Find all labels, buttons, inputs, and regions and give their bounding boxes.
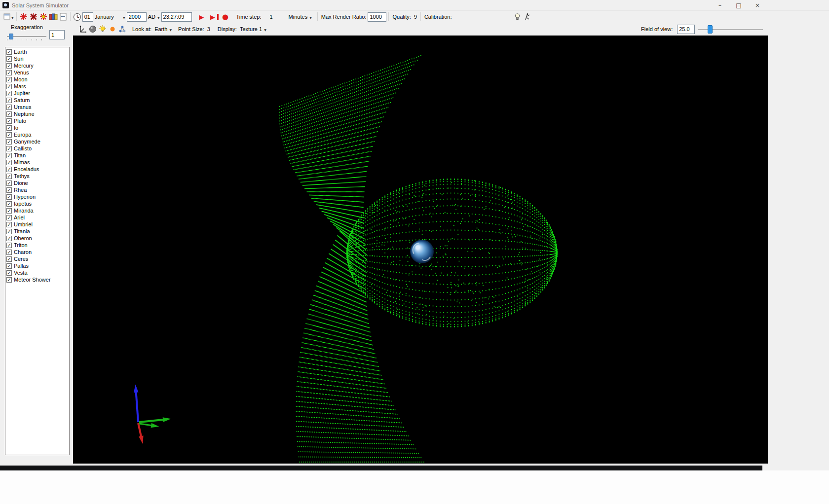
exaggeration-slider-thumb[interactable] <box>9 34 13 39</box>
calibration-sensor-icon[interactable] <box>523 11 532 22</box>
maximize-button[interactable]: □ <box>729 0 748 10</box>
body-row[interactable]: ✓Charon <box>6 249 69 255</box>
look-at-dropdown[interactable]: Earth <box>153 26 173 32</box>
body-row[interactable]: ✓Callisto <box>6 145 69 152</box>
body-checkbox[interactable]: ✓ <box>6 222 12 227</box>
body-checkbox[interactable]: ✓ <box>6 174 12 179</box>
body-row[interactable]: ✓Triton <box>6 242 69 249</box>
body-row[interactable]: ✓Mars <box>6 83 69 90</box>
body-checkbox[interactable]: ✓ <box>6 167 12 172</box>
era-dropdown[interactable]: AD <box>147 14 161 20</box>
body-row[interactable]: ✓Europa <box>6 131 69 138</box>
list-notes-icon[interactable] <box>58 11 68 22</box>
month-dropdown[interactable]: January <box>93 14 127 20</box>
skip-button[interactable] <box>209 14 219 20</box>
new-scenario-button[interactable] <box>3 11 14 22</box>
time-unit-dropdown[interactable]: Minutes <box>287 14 313 20</box>
body-row[interactable]: ✓Hyperion <box>6 193 69 200</box>
body-row[interactable]: ✓Titan <box>6 152 69 159</box>
body-checkbox[interactable]: ✓ <box>6 270 12 276</box>
body-row[interactable]: ✓Neptune <box>6 110 69 117</box>
body-checkbox[interactable]: ✓ <box>6 77 12 82</box>
year-input[interactable] <box>127 12 147 22</box>
body-row[interactable]: ✓Ceres <box>6 255 69 262</box>
body-row[interactable]: ✓Io <box>6 124 69 131</box>
body-checkbox[interactable]: ✓ <box>6 160 12 165</box>
point-size-value[interactable]: 3 <box>207 26 210 32</box>
day-input[interactable] <box>82 12 93 22</box>
fov-slider-thumb[interactable] <box>708 25 713 34</box>
body-checkbox[interactable]: ✓ <box>6 63 12 69</box>
body-checkbox[interactable]: ✓ <box>6 132 12 138</box>
body-row[interactable]: ✓Uranus <box>6 104 69 110</box>
fov-input[interactable] <box>677 25 695 34</box>
body-checkbox[interactable]: ✓ <box>6 201 12 207</box>
display-dropdown[interactable]: Texture 1 <box>238 26 268 32</box>
body-row[interactable]: ✓Miranda <box>6 207 69 214</box>
body-checkbox[interactable]: ✓ <box>6 56 12 62</box>
body-row[interactable]: ✓Tethys <box>6 173 69 180</box>
body-checkbox[interactable]: ✓ <box>6 91 12 96</box>
exaggeration-slider[interactable] <box>7 34 46 40</box>
body-checkbox[interactable]: ✓ <box>6 49 12 55</box>
body-row[interactable]: ✓Jupiter <box>6 90 69 97</box>
molecule-icon[interactable] <box>117 24 127 35</box>
minimize-button[interactable]: – <box>711 0 729 10</box>
time-input[interactable] <box>161 12 192 22</box>
body-checkbox[interactable]: ✓ <box>6 125 12 131</box>
exaggeration-input[interactable] <box>49 30 65 39</box>
burst-config-icon[interactable] <box>38 11 48 22</box>
paint-sphere-icon[interactable] <box>88 24 98 35</box>
body-row[interactable]: ✓Venus <box>6 69 69 76</box>
body-row[interactable]: ✓Umbriel <box>6 221 69 228</box>
orange-dot-icon[interactable] <box>108 24 117 35</box>
body-row[interactable]: ✓Pallas <box>6 262 69 269</box>
burst-icon[interactable] <box>19 11 29 22</box>
body-row[interactable]: ✓Dione <box>6 180 69 186</box>
body-checkbox[interactable]: ✓ <box>6 263 12 269</box>
record-button[interactable] <box>221 11 230 22</box>
max-render-ratio-input[interactable] <box>368 12 386 22</box>
body-checkbox[interactable]: ✓ <box>6 215 12 220</box>
body-checkbox[interactable]: ✓ <box>6 153 12 158</box>
body-checkbox[interactable]: ✓ <box>6 236 12 241</box>
body-checkbox[interactable]: ✓ <box>6 84 12 89</box>
body-checkbox[interactable]: ✓ <box>6 98 12 103</box>
body-checkbox[interactable]: ✓ <box>6 187 12 193</box>
time-step-value[interactable]: 1 <box>269 14 272 20</box>
body-row[interactable]: ✓Ariel <box>6 214 69 221</box>
body-checkbox[interactable]: ✓ <box>6 111 12 117</box>
body-row[interactable]: ✓Ganymede <box>6 138 69 145</box>
body-row[interactable]: ✓Vesta <box>6 269 69 276</box>
axes-icon[interactable] <box>78 24 88 35</box>
body-checkbox[interactable]: ✓ <box>6 256 12 262</box>
body-checkbox[interactable]: ✓ <box>6 70 12 75</box>
body-row[interactable]: ✓Iapetus <box>6 200 69 207</box>
body-row[interactable]: ✓Titania <box>6 228 69 235</box>
body-row[interactable]: ✓Earth <box>6 48 69 55</box>
body-checkbox[interactable]: ✓ <box>6 146 12 151</box>
fov-slider[interactable] <box>698 25 763 34</box>
body-checkbox[interactable]: ✓ <box>6 208 12 214</box>
body-row[interactable]: ✓Mimas <box>6 159 69 166</box>
calibration-bulb-icon[interactable] <box>513 11 523 22</box>
play-button[interactable] <box>197 11 207 22</box>
body-checkbox[interactable]: ✓ <box>6 194 12 200</box>
body-row[interactable]: ✓Rhea <box>6 186 69 193</box>
body-checkbox[interactable]: ✓ <box>6 277 12 283</box>
quality-value[interactable]: 9 <box>414 14 417 20</box>
body-checkbox[interactable]: ✓ <box>6 243 12 248</box>
body-checkbox[interactable]: ✓ <box>6 180 12 186</box>
new-scenario-dropdown-icon[interactable] <box>11 14 14 20</box>
close-button[interactable]: × <box>748 0 767 10</box>
body-row[interactable]: ✓Mercury <box>6 62 69 69</box>
body-row[interactable]: ✓Saturn <box>6 97 69 104</box>
body-checkbox[interactable]: ✓ <box>6 139 12 144</box>
viewport-canvas[interactable] <box>73 36 768 464</box>
body-row[interactable]: ✓Meteor Shower <box>6 276 69 283</box>
body-row[interactable]: ✓Oberon <box>6 235 69 242</box>
books-icon[interactable] <box>48 11 58 22</box>
body-checkbox[interactable]: ✓ <box>6 229 12 234</box>
bodies-list[interactable]: ✓Earth✓Sun✓Mercury✓Venus✓Moon✓Mars✓Jupit… <box>5 47 70 455</box>
light-bulb-icon[interactable] <box>98 24 108 35</box>
